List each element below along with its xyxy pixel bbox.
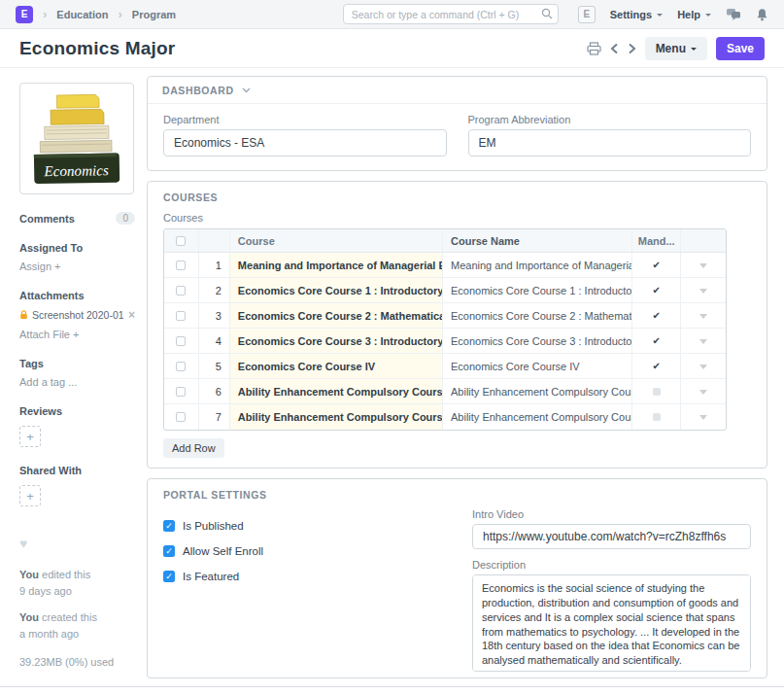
mandatory-cell[interactable] <box>632 404 681 430</box>
course-name-cell[interactable]: Economics Core Course 1 : Introductory M… <box>443 278 632 302</box>
navbar: E › Education › Program E Settings Help <box>0 0 784 29</box>
row-index[interactable]: 3 <box>199 303 230 328</box>
add-review-button[interactable]: + <box>19 426 41 447</box>
page-actions: Menu Save <box>587 37 765 60</box>
intro-video-input[interactable] <box>472 524 751 549</box>
checkbox-label: Is Featured <box>183 571 239 582</box>
help-menu[interactable]: Help <box>677 9 711 20</box>
like-heart-icon[interactable]: ♥ <box>19 536 135 551</box>
mandatory-cell[interactable]: ✔ <box>632 354 681 378</box>
check-icon: ✔ <box>653 260 661 270</box>
edited-info[interactable]: You edited this 9 days ago <box>19 567 135 600</box>
notifications-bell-icon[interactable] <box>756 8 768 21</box>
row-dropdown-icon[interactable] <box>681 329 726 353</box>
row-select-checkbox[interactable] <box>164 278 199 302</box>
row-dropdown-icon[interactable] <box>681 354 726 378</box>
department-input[interactable] <box>163 129 447 156</box>
row-select-checkbox[interactable] <box>164 329 199 353</box>
course-name-cell[interactable]: Economics Core Course 3 : Introductory M… <box>443 329 632 353</box>
row-index[interactable]: 7 <box>199 404 230 430</box>
user-avatar[interactable]: E <box>578 6 596 23</box>
row-index[interactable]: 4 <box>199 329 230 353</box>
comments-section[interactable]: Comments 0 <box>19 212 135 225</box>
course-name-cell[interactable]: Ability Enhancement Compulsory Course (A… <box>443 404 632 430</box>
mandatory-cell[interactable]: ✔ <box>632 253 681 277</box>
breadcrumb-program[interactable]: Program <box>132 9 176 20</box>
row-select-checkbox[interactable] <box>164 354 199 378</box>
course-cell[interactable]: Meaning and Importance of Managerial Eco… <box>230 253 443 277</box>
checkbox-allow-self-enroll[interactable]: ✓Allow Self Enroll <box>163 545 451 557</box>
check-icon: ✔ <box>653 361 661 371</box>
mandatory-cell[interactable]: ✔ <box>632 303 681 328</box>
row-select-checkbox[interactable] <box>164 379 199 403</box>
course-cell[interactable]: Ability Enhancement Compulsory Course (A… <box>230 379 443 403</box>
chat-icon[interactable] <box>726 8 741 21</box>
select-all-checkbox[interactable] <box>164 229 199 252</box>
row-dropdown-icon[interactable] <box>681 303 726 328</box>
row-index[interactable]: 5 <box>199 354 230 378</box>
form-sidebar: Economics Comments 0 Assigned To Assign … <box>19 68 147 668</box>
course-cell[interactable]: Economics Core Course 3 : Introductory M… <box>230 329 443 353</box>
add-tag-input[interactable]: Add a tag ... <box>19 376 77 388</box>
program-image[interactable]: Economics <box>19 83 134 194</box>
course-name-column-header: Course Name <box>443 229 632 252</box>
description-textarea[interactable]: Economics is the social science of study… <box>472 574 751 672</box>
attachment-link[interactable]: Screenshot 2020-01... <box>32 309 124 321</box>
dashboard-section-toggle[interactable]: DASHBOARD <box>148 77 767 104</box>
chevron-down-icon <box>691 48 697 53</box>
next-document-icon[interactable] <box>628 43 636 54</box>
attachments-section: Attachments Screenshot 2020-01... × Atta… <box>19 290 135 340</box>
mandatory-cell[interactable]: ✔ <box>632 329 681 353</box>
row-dropdown-icon[interactable] <box>681 278 726 302</box>
navbar-right: E Settings Help <box>578 6 768 23</box>
checkbox-is-featured[interactable]: ✓Is Featured <box>163 571 451 582</box>
add-row-button[interactable]: Add Row <box>163 438 224 458</box>
attach-file-button[interactable]: Attach File + <box>19 329 79 340</box>
row-index[interactable]: 6 <box>199 379 230 403</box>
chevron-down-icon <box>242 87 251 93</box>
portal-settings-fields: ✓Is Published✓Allow Self Enroll✓Is Featu… <box>163 508 751 678</box>
search-input[interactable] <box>343 4 559 24</box>
course-name-cell[interactable]: Ability Enhancement Compulsory Course (A… <box>443 379 632 403</box>
program-abbreviation-input[interactable] <box>468 129 752 156</box>
breadcrumb-education[interactable]: Education <box>56 9 108 20</box>
courses-table-header: Course Course Name Mand... <box>164 229 726 253</box>
remove-attachment-icon[interactable]: × <box>128 308 135 322</box>
course-name-cell[interactable]: Economics Core Course 2 : Mathematical M… <box>443 303 632 328</box>
dashboard-card: DASHBOARD Department Program Abbreviatio… <box>147 76 767 171</box>
course-column-header: Course <box>230 229 443 252</box>
course-cell[interactable]: Economics Core Course 2 : Mathematical M… <box>230 303 443 328</box>
portal-settings-card: PORTAL SETTINGS ✓Is Published✓Allow Self… <box>147 478 767 678</box>
row-dropdown-icon[interactable] <box>681 253 726 277</box>
row-dropdown-icon[interactable] <box>681 379 726 403</box>
add-share-button[interactable]: + <box>19 485 41 506</box>
storage-used: 39.23MB (0%) used <box>19 656 135 668</box>
app-logo[interactable]: E <box>16 6 33 23</box>
mandatory-cell[interactable] <box>632 379 681 403</box>
menu-button[interactable]: Menu <box>645 37 707 60</box>
shared-with-section: Shared With + <box>19 465 135 506</box>
row-index[interactable]: 1 <box>199 253 230 277</box>
course-cell[interactable]: Ability Enhancement Compulsory Course (A… <box>230 404 443 430</box>
checkbox-is-published[interactable]: ✓Is Published <box>163 520 451 532</box>
created-info[interactable]: You created this a month ago <box>19 609 135 643</box>
assign-button[interactable]: Assign + <box>19 261 61 272</box>
course-name-cell[interactable]: Meaning and Importance of Managerial Eco… <box>443 253 632 277</box>
course-cell[interactable]: Economics Core Course IV <box>230 354 443 378</box>
course-name-cell[interactable]: Economics Core Course IV <box>443 354 632 378</box>
row-select-checkbox[interactable] <box>164 404 199 430</box>
search-icon <box>541 8 553 19</box>
page-head: Economics Major Menu Save <box>0 29 784 68</box>
previous-document-icon[interactable] <box>610 43 619 54</box>
row-select-checkbox[interactable] <box>164 303 199 328</box>
courses-table-body: 1Meaning and Importance of Managerial Ec… <box>164 253 726 430</box>
settings-menu[interactable]: Settings <box>610 9 663 20</box>
mandatory-cell[interactable]: ✔ <box>632 278 681 302</box>
print-icon[interactable] <box>587 42 601 55</box>
course-cell[interactable]: Economics Core Course 1 : Introductory M… <box>230 278 443 302</box>
row-index[interactable]: 2 <box>199 278 230 302</box>
row-dropdown-icon[interactable] <box>681 404 726 430</box>
lock-icon <box>19 310 28 320</box>
row-select-checkbox[interactable] <box>164 253 199 277</box>
save-button[interactable]: Save <box>716 37 765 60</box>
